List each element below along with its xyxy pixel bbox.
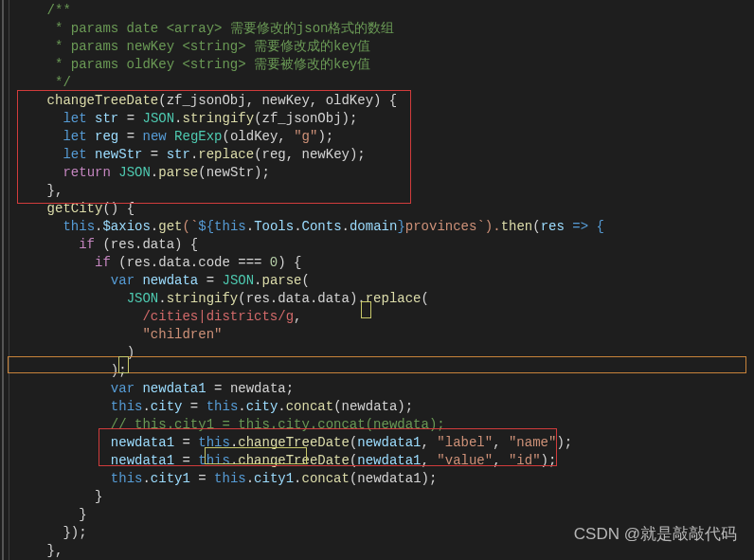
code-line[interactable]: * params newKey <string> 需要修改成的key值	[15, 38, 754, 56]
kw-let: let	[63, 111, 86, 126]
code-line[interactable]: * params date <array> 需要修改的json格式的数组	[15, 20, 754, 38]
regex: /cities|districts/g	[142, 309, 294, 324]
code-editor[interactable]: /** * params date <array> 需要修改的json格式的数组…	[0, 0, 754, 560]
fn-getcity: getCity	[47, 201, 103, 216]
fn-name: changeTreeDate	[47, 93, 159, 108]
code-line[interactable]: if (res.data.code === 0) {	[15, 254, 754, 272]
comment: /**	[47, 3, 71, 18]
code-line[interactable]: }	[15, 506, 754, 524]
kw-return: return	[63, 165, 110, 180]
code-line[interactable]: },	[15, 182, 754, 200]
regexp-class: RegExp	[174, 129, 222, 144]
fn-get: get	[158, 219, 182, 234]
code-line[interactable]: newdata1 = this.changeTreeDate(newdata1,…	[15, 434, 754, 452]
code-line[interactable]: "children"	[15, 326, 754, 344]
code-line[interactable]: var newdata = JSON.parse(	[15, 272, 754, 290]
var-str: str	[95, 111, 118, 126]
kw-let: let	[63, 129, 86, 144]
code-line[interactable]: // this.city1 = this.city.concat(newdata…	[15, 416, 754, 434]
str-children: "children"	[142, 327, 222, 342]
code-line[interactable]: },	[15, 542, 754, 560]
kw-if: if	[95, 255, 111, 270]
var-newdata: newdata	[142, 273, 198, 288]
var-reg: reg	[95, 129, 118, 144]
str-g: "g"	[294, 129, 317, 144]
code-line[interactable]: return JSON.parse(newStr);	[15, 164, 754, 182]
comment-cn: 需要修改的json格式的数组	[230, 21, 395, 36]
code-line[interactable]: });	[15, 524, 754, 542]
kw-if: if	[79, 237, 95, 252]
json-class: JSON	[118, 165, 151, 180]
axios: $axios	[102, 219, 150, 234]
kw-let: let	[63, 147, 86, 162]
code-line[interactable]: if (res.data) {	[15, 236, 754, 254]
code-line[interactable]: changeTreeDate(zf_jsonObj, newKey, oldKe…	[15, 92, 754, 110]
fn-params: (zf_jsonObj, newKey, oldKey) {	[158, 93, 397, 108]
code-line[interactable]: newdata1 = this.changeTreeDate(newdata1,…	[15, 452, 754, 470]
code-line[interactable]: )	[15, 344, 754, 362]
comment-line: // this.city1 = this.city.concat(newdata…	[111, 417, 445, 432]
code-line[interactable]: getCity() {	[15, 200, 754, 218]
var-newstr: newStr	[95, 147, 142, 162]
code-line[interactable]: }	[15, 488, 754, 506]
json-class: JSON	[142, 111, 174, 126]
fn-replace: replace	[198, 147, 254, 162]
code-line[interactable]: this.city1 = this.city1.concat(newdata1)…	[15, 470, 754, 488]
code-line[interactable]: /cities|districts/g,	[15, 308, 754, 326]
comment-cn: 需要修改成的key值	[254, 39, 370, 54]
kw-new: new	[142, 129, 166, 144]
comment: */	[47, 75, 71, 90]
comment-cn: 需要被修改的key值	[254, 57, 370, 72]
code-line[interactable]: /**	[15, 2, 754, 20]
code-line[interactable]: let newStr = str.replace(reg, newKey);	[15, 146, 754, 164]
code-line[interactable]: let str = JSON.stringify(zf_jsonObj);	[15, 110, 754, 128]
code-line[interactable]: this.city = this.city.concat(newdata);	[15, 398, 754, 416]
fn-parse: parse	[158, 165, 198, 180]
code-line[interactable]: this.$axios.get(`${this.Tools.Conts.doma…	[15, 218, 754, 236]
code-line[interactable]: let reg = new RegExp(oldKey, "g");	[15, 128, 754, 146]
code-line[interactable]: var newdata1 = newdata;	[15, 380, 754, 398]
comment: * params oldKey <string>	[47, 57, 254, 72]
fn-stringify: stringify	[183, 111, 255, 126]
kw-this: this	[63, 219, 95, 234]
fn-then: then	[501, 219, 533, 234]
code-line[interactable]: * params oldKey <string> 需要被修改的key值	[15, 56, 754, 74]
code-line[interactable]: */	[15, 74, 754, 92]
kw-var: var	[111, 273, 135, 288]
comment: * params newKey <string>	[47, 39, 254, 54]
code-line[interactable]: JSON.stringify(res.data.data).replace(	[15, 290, 754, 308]
comment: * params date <array>	[47, 21, 230, 36]
code-line[interactable]: );	[15, 362, 754, 380]
